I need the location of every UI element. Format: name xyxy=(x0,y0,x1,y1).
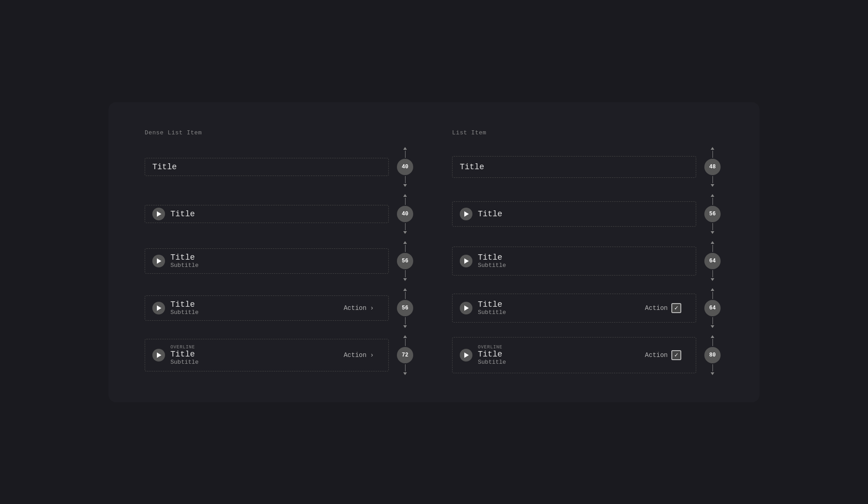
play-icon[interactable] xyxy=(152,255,165,267)
checkbox-icon[interactable] xyxy=(671,350,681,360)
arrow-up-icon xyxy=(711,194,714,197)
item-action[interactable]: Action xyxy=(645,303,681,313)
height-badge: 72 xyxy=(397,347,413,363)
vert-line-top xyxy=(405,339,406,346)
item-title: Title xyxy=(170,253,381,262)
arrow-up-icon xyxy=(711,147,714,150)
list-item-box-reg-1[interactable]: Title xyxy=(452,156,696,178)
play-icon[interactable] xyxy=(460,349,472,361)
list-item: OverlineTitleSubtitleAction›72 xyxy=(145,335,416,375)
list-item-box-dense-5[interactable]: OverlineTitleSubtitleAction› xyxy=(145,339,389,371)
height-indicator: 56 xyxy=(702,194,723,234)
play-icon[interactable] xyxy=(460,208,472,220)
item-overline: Overline xyxy=(478,345,645,350)
item-text-group: OverlineTitleSubtitle xyxy=(170,345,344,366)
play-icon[interactable] xyxy=(152,349,165,361)
arrow-up-icon xyxy=(403,147,407,150)
list-item: Title40 xyxy=(145,147,416,187)
column-title-regular: List Item xyxy=(452,129,723,136)
main-container: Dense List ItemTitle40Title40TitleSubtit… xyxy=(108,102,760,402)
arrow-down-icon xyxy=(711,325,714,328)
height-indicator: 40 xyxy=(394,147,416,187)
list-item: Title48 xyxy=(452,147,723,187)
list-item-box-dense-2[interactable]: Title xyxy=(145,205,389,223)
height-badge: 40 xyxy=(397,159,413,175)
vert-line-top xyxy=(712,292,713,299)
item-text-group: TitleSubtitle xyxy=(478,300,645,316)
arrow-up-icon xyxy=(403,241,407,244)
list-item: Title56 xyxy=(452,194,723,234)
item-title: Title xyxy=(460,162,689,171)
list-item: TitleSubtitle56 xyxy=(145,241,416,281)
item-text-group: TitleSubtitle xyxy=(170,253,381,269)
height-badge: 56 xyxy=(397,253,413,269)
item-text-group: Title xyxy=(170,209,381,219)
height-indicator: 56 xyxy=(394,288,416,328)
arrow-up-icon xyxy=(711,335,714,338)
vert-line-bottom xyxy=(405,270,406,277)
chevron-right-icon: › xyxy=(370,304,374,312)
item-title: Title xyxy=(170,350,344,359)
height-badge: 80 xyxy=(704,347,721,363)
list-item-box-dense-4[interactable]: TitleSubtitleAction› xyxy=(145,295,389,321)
item-action[interactable]: Action› xyxy=(344,352,374,359)
vert-line-top xyxy=(712,245,713,252)
column-title-dense: Dense List Item xyxy=(145,129,416,136)
height-badge: 56 xyxy=(704,206,721,222)
item-subtitle: Subtitle xyxy=(478,309,645,316)
vert-line-top xyxy=(405,292,406,299)
height-indicator: 64 xyxy=(702,288,723,328)
arrow-down-icon xyxy=(711,372,714,375)
play-icon[interactable] xyxy=(460,302,472,314)
arrow-up-icon xyxy=(711,288,714,291)
arrow-down-icon xyxy=(403,278,407,281)
height-badge: 64 xyxy=(704,253,721,269)
play-icon[interactable] xyxy=(460,255,472,267)
list-item-box-reg-5[interactable]: OverlineTitleSubtitleAction xyxy=(452,337,696,373)
play-icon[interactable] xyxy=(152,302,165,314)
item-action[interactable]: Action› xyxy=(344,304,374,312)
list-item-box-reg-2[interactable]: Title xyxy=(452,201,696,227)
arrow-down-icon xyxy=(711,184,714,187)
list-item-box-dense-3[interactable]: TitleSubtitle xyxy=(145,248,389,274)
arrow-down-icon xyxy=(403,325,407,328)
vert-line-top xyxy=(712,151,713,158)
height-indicator: 48 xyxy=(702,147,723,187)
item-title: Title xyxy=(478,209,689,219)
item-text-group: Title xyxy=(152,162,381,171)
arrow-up-icon xyxy=(403,335,407,338)
arrow-up-icon xyxy=(711,241,714,244)
vert-line-top xyxy=(405,198,406,205)
item-overline: Overline xyxy=(170,345,344,350)
list-item-box-dense-1[interactable]: Title xyxy=(145,158,389,176)
height-badge: 64 xyxy=(704,300,721,316)
vert-line-top xyxy=(712,198,713,205)
chevron-right-icon: › xyxy=(370,352,374,359)
list-item: TitleSubtitleAction64 xyxy=(452,288,723,328)
item-title: Title xyxy=(170,300,344,309)
height-badge: 56 xyxy=(397,300,413,316)
list-item-box-reg-4[interactable]: TitleSubtitleAction xyxy=(452,294,696,323)
arrow-down-icon xyxy=(403,372,407,375)
list-item: TitleSubtitleAction›56 xyxy=(145,288,416,328)
item-title: Title xyxy=(478,253,689,262)
arrow-down-icon xyxy=(403,184,407,187)
item-subtitle: Subtitle xyxy=(170,262,381,269)
vert-line-top xyxy=(405,245,406,252)
play-icon[interactable] xyxy=(152,208,165,220)
item-action[interactable]: Action xyxy=(645,350,681,360)
column-dense: Dense List ItemTitle40Title40TitleSubtit… xyxy=(145,129,416,375)
height-indicator: 80 xyxy=(702,335,723,375)
vert-line-bottom xyxy=(405,176,406,183)
item-text-group: TitleSubtitle xyxy=(170,300,344,316)
arrow-down-icon xyxy=(403,231,407,234)
arrow-down-icon xyxy=(711,231,714,234)
item-title: Title xyxy=(170,209,381,219)
list-item-box-reg-3[interactable]: TitleSubtitle xyxy=(452,247,696,276)
checkbox-icon[interactable] xyxy=(671,303,681,313)
arrow-up-icon xyxy=(403,194,407,197)
item-subtitle: Subtitle xyxy=(478,262,689,269)
height-indicator: 40 xyxy=(394,194,416,234)
list-item: TitleSubtitle64 xyxy=(452,241,723,281)
item-title: Title xyxy=(478,300,645,309)
